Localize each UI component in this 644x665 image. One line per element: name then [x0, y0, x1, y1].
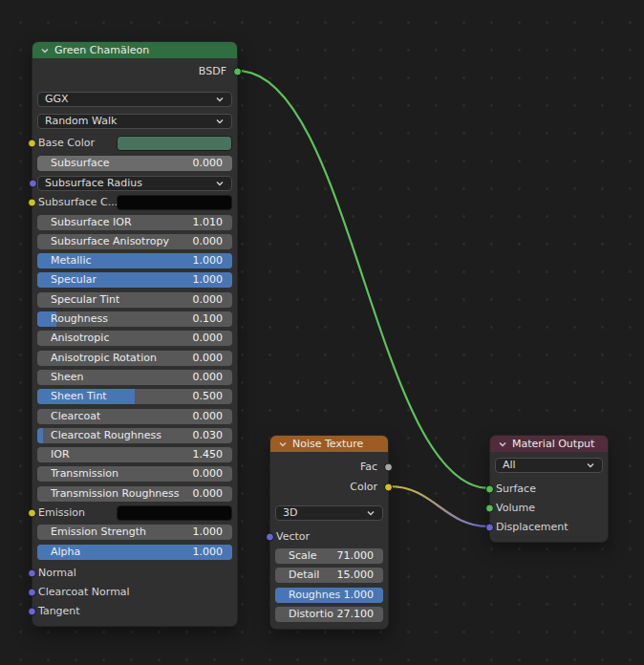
slider-sheen-tint[interactable]: Sheen Tint0.500 [37, 389, 232, 404]
slider-label: Anisotropic [51, 332, 109, 345]
slider-specular[interactable]: Specular1.000 [37, 272, 232, 288]
socket-subsurface-radius[interactable] [29, 180, 37, 188]
dropdown-3d[interactable]: 3D [275, 505, 383, 521]
slider-subsurface[interactable]: Subsurface0.000 [37, 156, 232, 171]
color-label: Emission [38, 506, 117, 520]
slider-value: 71.000 [337, 549, 375, 563]
slider-transmission[interactable]: Transmission0.000 [37, 466, 232, 482]
dropdown-random-walk[interactable]: Random Walk [37, 114, 232, 129]
slider-specular-tint[interactable]: Specular Tint0.000 [37, 292, 232, 308]
slider-value: 27.100 [337, 608, 375, 621]
slider-value: 0.000 [193, 487, 224, 501]
output-row-color: Color [275, 480, 383, 495]
color-swatch-base-color[interactable] [117, 136, 232, 151]
slider-clearcoat-roughness[interactable]: Clearcoat Roughness0.030 [37, 428, 232, 443]
slider-value: 1.000 [193, 526, 224, 539]
socket-subsurface-c[interactable] [28, 199, 36, 207]
dropdown-chevron-icon [586, 461, 595, 469]
prop-label: Clearcoat Normal [38, 586, 130, 599]
dropdown-chevron-icon [215, 180, 225, 187]
slider-alpha[interactable]: Alpha1.000 [37, 545, 232, 560]
color-swatch-emission[interactable] [117, 505, 232, 521]
slider-roughness[interactable]: Roughness0.100 [37, 311, 232, 327]
prop-row-displacement: Displacement [495, 520, 603, 535]
slider-label: Emission Strength [51, 526, 146, 539]
dropdown-value: GGX [45, 93, 69, 106]
slider-distortio[interactable]: Distortio27.100 [275, 607, 383, 622]
socket-emission[interactable] [28, 509, 36, 518]
slider-fill-bar [37, 428, 43, 443]
color-row-base-color: Base Color [37, 136, 232, 151]
slider-value: 0.000 [193, 467, 224, 481]
socket-fac[interactable] [384, 463, 393, 472]
wire-bsdf-surface[interactable] [238, 71, 489, 488]
dropdown-ggx[interactable]: GGX [37, 92, 232, 107]
node-green-chamaleon[interactable]: Green ChamäleonBSDFGGXRandom WalkBase Co… [32, 41, 238, 627]
wire-color-displacement[interactable] [389, 486, 489, 526]
prop-label: Tangent [38, 605, 80, 618]
slider-anisotropic[interactable]: Anisotropic0.000 [37, 331, 232, 346]
prop-row-surface: Surface [495, 482, 603, 497]
socket-base-color[interactable] [28, 139, 36, 148]
slider-value: 1.010 [193, 216, 224, 229]
prop-label: Normal [38, 567, 76, 580]
output-label: Fac [360, 461, 377, 474]
slider-anisotropic-rotation[interactable]: Anisotropic Rotation0.000 [37, 351, 232, 366]
socket-volume[interactable] [485, 504, 494, 513]
prop-label: Displacement [496, 521, 569, 534]
slider-ior[interactable]: IOR1.450 [37, 447, 232, 462]
dropdown-chevron-icon [366, 509, 376, 517]
socket-vector[interactable] [266, 533, 274, 542]
slider-label: Sheen Tint [51, 390, 107, 403]
node-editor-canvas[interactable]: Green ChamäleonBSDFGGXRandom WalkBase Co… [0, 0, 644, 665]
socket-clearcoat-normal[interactable] [28, 588, 36, 596]
slider-label: Subsurface [51, 157, 110, 170]
slider-label: Distortio [289, 608, 333, 621]
socket-surface[interactable] [485, 485, 494, 494]
socket-normal[interactable] [28, 568, 36, 577]
node-body-green-chamaleon: BSDFGGXRandom WalkBase ColorSubsurface0.… [32, 58, 237, 626]
node-noise-texture[interactable]: Noise TextureFacColor3DVectorScale71.000… [269, 435, 389, 630]
slider-value: 1.450 [193, 448, 224, 461]
socket-bsdf[interactable] [233, 68, 242, 76]
prop-row-normal: Normal [37, 566, 232, 581]
collapse-chevron-icon [498, 440, 507, 448]
slider-subsurface-ior[interactable]: Subsurface IOR1.010 [37, 215, 232, 230]
output-row-fac: Fac [275, 460, 383, 475]
socket-displacement[interactable] [485, 524, 494, 532]
dropdown-all[interactable]: All [495, 458, 603, 473]
slider-emission-strength[interactable]: Emission Strength1.000 [37, 525, 232, 540]
dropdown-subsurface-radius[interactable]: Subsurface Radius [37, 176, 232, 191]
prop-label: Surface [496, 483, 536, 496]
node-material-output[interactable]: Material OutputAllSurfaceVolumeDisplacem… [489, 435, 609, 543]
node-header-green-chamaleon[interactable]: Green Chamäleon [32, 42, 237, 58]
prop-label: Vector [276, 530, 310, 544]
slider-metallic[interactable]: Metallic1.000 [37, 253, 232, 268]
slider-label: Transmission Roughness [51, 487, 180, 501]
slider-label: Alpha [51, 546, 80, 559]
color-row-emission: Emission [37, 505, 232, 521]
slider-subsurface-anisotropy[interactable]: Subsurface Anisotropy0.000 [37, 234, 232, 249]
slider-detail[interactable]: Detail15.000 [275, 568, 383, 583]
slider-transmission-roughness[interactable]: Transmission Roughness0.000 [37, 486, 232, 502]
slider-value: 1.000 [193, 273, 224, 287]
node-header-material-output[interactable]: Material Output [490, 436, 608, 452]
slider-label: Transmission [51, 467, 118, 481]
slider-value: 0.000 [193, 410, 224, 423]
slider-roughnes[interactable]: Roughnes1.000 [275, 588, 383, 603]
socket-tangent[interactable] [28, 608, 36, 616]
node-body-noise-texture: FacColor3DVectorScale71.000Detail15.000R… [270, 452, 388, 629]
socket-color[interactable] [384, 483, 393, 492]
slider-sheen[interactable]: Sheen0.000 [37, 370, 232, 385]
slider-label: Subsurface IOR [51, 216, 132, 229]
node-title: Noise Texture [292, 438, 363, 450]
slider-scale[interactable]: Scale71.000 [275, 548, 383, 564]
slider-label: Metallic [51, 254, 92, 268]
output-label: Color [350, 481, 377, 494]
prop-row-volume: Volume [495, 501, 603, 516]
color-swatch-subsurface-c[interactable] [117, 195, 232, 210]
slider-label: Subsurface Anisotropy [51, 235, 169, 248]
node-title: Material Output [512, 438, 594, 450]
node-header-noise-texture[interactable]: Noise Texture [270, 436, 388, 452]
slider-clearcoat[interactable]: Clearcoat0.000 [37, 409, 232, 424]
